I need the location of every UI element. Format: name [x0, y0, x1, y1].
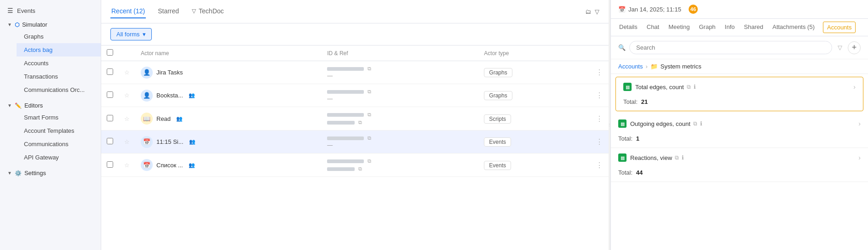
- star-icon[interactable]: ☆: [124, 138, 130, 145]
- row-type-cell: Graphs: [478, 61, 590, 84]
- sidebar-item-graphs[interactable]: Graphs: [17, 30, 101, 43]
- metric-item-reactions-view[interactable]: ▦ Reactions, view ⧉ ℹ › Total: 44: [611, 148, 868, 182]
- select-all-checkbox[interactable]: [107, 49, 113, 56]
- metric-row-total-edges[interactable]: ▦ Total edges, count ⧉ ℹ ›: [616, 77, 863, 97]
- star-icon[interactable]: ☆: [124, 115, 130, 122]
- tab-accounts[interactable]: Accounts: [823, 22, 856, 33]
- actor-type-tag: Scripts: [484, 114, 511, 124]
- breadcrumb-separator: ›: [645, 63, 647, 70]
- chevron-right-icon: ›: [858, 120, 861, 127]
- sidebar-item-communications[interactable]: Communications Orc...: [17, 83, 101, 97]
- sidebar-item-api-gateway[interactable]: API Gateway: [17, 151, 101, 164]
- coin-badge: 46: [689, 5, 698, 14]
- sidebar-item-account-templates[interactable]: Account Templates: [17, 124, 101, 137]
- breadcrumb-root[interactable]: Accounts: [618, 63, 643, 70]
- copy-icon[interactable]: ⧉: [358, 119, 362, 125]
- copy-metric-icon[interactable]: ⧉: [687, 84, 691, 90]
- all-forms-dropdown[interactable]: All forms ▾: [110, 28, 152, 40]
- sidebar-label-smart-forms: Smart Forms: [24, 114, 58, 121]
- row-checkbox[interactable]: [107, 115, 113, 121]
- col-id-ref: ID & Ref: [322, 45, 478, 61]
- actor-name: Read: [156, 115, 171, 122]
- tab-attachments[interactable]: Attachments (5): [771, 19, 816, 36]
- star-icon[interactable]: ☆: [124, 92, 130, 99]
- row-more-cell: ⋮: [590, 84, 609, 107]
- info-metric-icon[interactable]: ℹ: [682, 154, 684, 161]
- col-star: [119, 45, 135, 61]
- copy-icon[interactable]: ⧉: [368, 135, 371, 141]
- right-filter-icon[interactable]: ▽: [836, 42, 844, 53]
- copy-icon[interactable]: ⧉: [368, 158, 371, 164]
- sidebar-section-editors[interactable]: ▼ ✏️ Editors: [0, 98, 101, 111]
- sidebar-item-transactions[interactable]: Transactions: [17, 70, 101, 83]
- sidebar-label-communications2: Communications: [24, 141, 69, 148]
- row-type-cell: Scripts: [478, 107, 590, 131]
- more-icon[interactable]: ⋮: [596, 115, 603, 123]
- actor-type-tag: Events: [484, 161, 511, 170]
- sidebar-section-settings[interactable]: ▼ ⚙️ Settings: [0, 166, 101, 178]
- copy-icon[interactable]: ⧉: [368, 66, 371, 72]
- copy-icon[interactable]: ⧉: [358, 166, 362, 172]
- more-icon[interactable]: ⋮: [596, 91, 603, 99]
- table-row[interactable]: ☆ 📅 11:15 Si... 👥 ⧉: [101, 131, 609, 153]
- metric-total-reactions-view: Total: 44: [611, 167, 868, 182]
- tab-chat[interactable]: Chat: [646, 19, 660, 36]
- sidebar-item-actors-bag[interactable]: Actors bag: [17, 43, 101, 57]
- sidebar-section-simulator[interactable]: ▼ ⬡ Simulator: [0, 17, 101, 30]
- copy-icon[interactable]: ⧉: [368, 89, 371, 95]
- tab-details[interactable]: Details: [618, 19, 638, 36]
- sidebar-item-accounts[interactable]: Accounts: [17, 57, 101, 70]
- right-panel: 📅 Jan 14, 2025; 11:15 46 Details Chat Me…: [610, 0, 868, 250]
- sidebar-label-api-gateway: API Gateway: [24, 154, 59, 161]
- metric-row-reactions-view[interactable]: ▦ Reactions, view ⧉ ℹ ›: [611, 148, 868, 167]
- tab-techdoc-label: TechDoc: [199, 7, 224, 15]
- row-id-cell: ⧉ —: [322, 131, 478, 153]
- row-checkbox[interactable]: [107, 161, 113, 168]
- row-checkbox[interactable]: [107, 138, 113, 144]
- more-icon[interactable]: ⋮: [596, 138, 603, 146]
- info-metric-icon[interactable]: ℹ: [700, 120, 702, 127]
- row-checkbox-cell: [101, 131, 119, 153]
- tab-accounts-label: Accounts: [827, 24, 851, 31]
- search-icon: 🔍: [618, 44, 626, 51]
- sidebar-item-smart-forms[interactable]: Smart Forms: [17, 111, 101, 124]
- table-row[interactable]: ☆ 📅 Список ... 👥 ⧉: [101, 153, 609, 177]
- table-row[interactable]: ☆ 👤 Jira Tasks ⧉ —: [101, 61, 609, 84]
- actors-table-area: Actor name ID & Ref Actor type ☆ 👤 Jira …: [101, 45, 609, 250]
- tab-graph[interactable]: Graph: [698, 19, 716, 36]
- tab-recent[interactable]: Recent (12): [110, 5, 146, 18]
- info-metric-icon[interactable]: ℹ: [694, 84, 696, 90]
- metric-row-outgoing-edges[interactable]: ▦ Outgoing edges, count ⧉ ℹ ›: [611, 114, 868, 133]
- sidebar-item-events[interactable]: ☰ Events: [0, 4, 101, 17]
- star-icon[interactable]: ☆: [124, 162, 130, 169]
- folder-action-icon[interactable]: 🗂: [585, 8, 591, 15]
- col-actions: [590, 45, 609, 61]
- tab-starred[interactable]: Starred: [157, 5, 180, 18]
- tab-info[interactable]: Info: [724, 19, 736, 36]
- table-row[interactable]: ☆ 👤 Booksta... 👥 ⧉: [101, 84, 609, 107]
- table-row[interactable]: ☆ 📖 Read 👥 ⧉: [101, 107, 609, 131]
- filter-action-icon[interactable]: ▽: [595, 8, 599, 15]
- metric-item-total-edges[interactable]: ▦ Total edges, count ⧉ ℹ › Total: 21: [615, 77, 863, 111]
- star-icon[interactable]: ☆: [124, 69, 130, 76]
- add-button[interactable]: +: [848, 41, 861, 54]
- tab-meeting[interactable]: Meeting: [667, 19, 690, 36]
- search-input[interactable]: [629, 41, 832, 54]
- sidebar-label-transactions: Transactions: [24, 73, 58, 80]
- tab-recent-label: Recent (12): [111, 7, 145, 15]
- row-checkbox[interactable]: [107, 68, 113, 75]
- tab-shared[interactable]: Shared: [743, 19, 764, 36]
- more-icon[interactable]: ⋮: [596, 161, 603, 169]
- more-icon[interactable]: ⋮: [596, 68, 603, 76]
- right-search-bar: 🔍 ▽ +: [611, 36, 868, 59]
- row-checkbox-cell: [101, 61, 119, 84]
- copy-metric-icon[interactable]: ⧉: [675, 154, 679, 161]
- copy-icon[interactable]: ⧉: [368, 112, 371, 118]
- tab-techdoc[interactable]: ▽ TechDoc: [191, 5, 224, 18]
- row-checkbox[interactable]: [107, 91, 113, 98]
- id-bar: [327, 90, 364, 94]
- metric-item-outgoing-edges[interactable]: ▦ Outgoing edges, count ⧉ ℹ › Total: 1: [611, 114, 868, 148]
- copy-metric-icon[interactable]: ⧉: [693, 120, 697, 127]
- metric-icon-total-edges: ▦: [623, 83, 632, 91]
- sidebar-item-communications2[interactable]: Communications: [17, 137, 101, 151]
